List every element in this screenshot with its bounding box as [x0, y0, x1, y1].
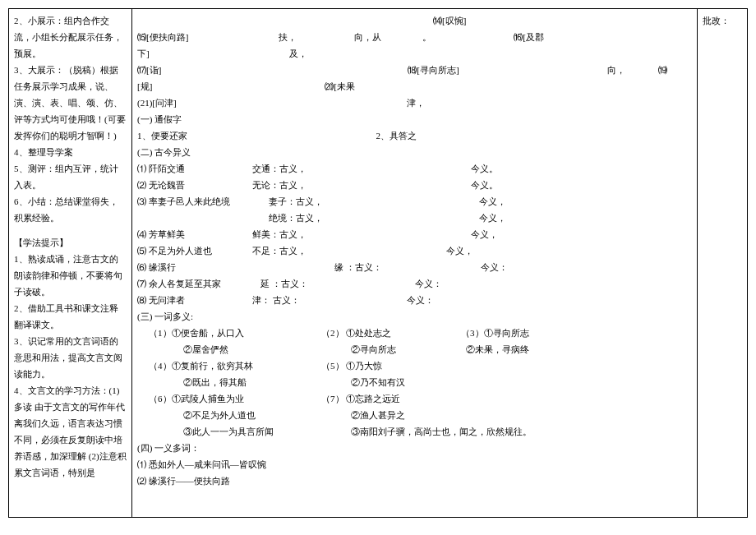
gj-3: ⑶ 率妻子邑人来此绝境 妻子：古义， 今义， — [137, 193, 692, 210]
gj8c: 今义： — [407, 292, 434, 308]
document-layout: 2、小展示：组内合作交流，小组长分配展示任务，预展。 3、大展示：（脱稿）根据任… — [8, 8, 748, 518]
correction-label: 批改： — [703, 12, 742, 29]
dy1c: （3）①寻向所志 — [461, 325, 529, 341]
tip-4b: 多读 由于文言文的写作年代离我们久远，语言表达习惯不同，必须在反复朗读中培养语感… — [14, 399, 127, 481]
dy6a: ②不足为外人道也 — [183, 407, 351, 423]
gj5a: ⑸ 不足为外人道也 — [137, 242, 252, 259]
row-xia: 下] 及， — [137, 45, 692, 62]
left-item-3: 3、大展示：（脱稿）根据任务展示学习成果，说、演、演、表、唱、颂、仿、评等方式均… — [14, 62, 127, 144]
left-item-6: 6、小结：总结课堂得失，积累经验。 — [14, 193, 127, 226]
gj7c: 今义： — [415, 275, 442, 292]
gj1c: 今义。 — [471, 160, 498, 177]
tongjia-heading: (一) 通假字 — [137, 111, 692, 127]
dy-row4: ②既出，得其船 ②乃不知有汉 — [137, 374, 692, 390]
row-yi: ⒄[诣] ⒅[寻向所志] 向， ⒆ — [137, 62, 692, 78]
dy6b: ②渔人甚异之 — [351, 407, 405, 423]
dy5b: （7） ①忘路之远近 — [321, 390, 400, 407]
gj1b: 交通：古义， — [252, 160, 307, 177]
dy2a: ②屋舍俨然 — [183, 341, 351, 357]
dy1a: （1）①便舍船，从口入 — [149, 325, 321, 341]
duoyi-heading: (三) 一词多义: — [137, 308, 692, 325]
dy-row3: （4）①复前行，欲穷其林 （5） ①乃大惊 — [137, 357, 692, 374]
xiang2-label: 向， — [607, 62, 625, 78]
jijun-label: ⒃[及郡 — [514, 29, 544, 45]
dy-row1: （1）①便舍船，从口入 （2） ①处处志之 （3）①寻向所志 — [137, 325, 692, 341]
row-bianfu: ⒂[便扶向路] 扶， 向，从 。 ⒃[及郡 — [137, 29, 692, 45]
tanwan-label: ⒁[叹惋] — [433, 12, 466, 29]
num19-label: ⒆ — [658, 62, 667, 78]
ji-label: 及， — [289, 45, 307, 62]
right-column: 批改： — [698, 9, 747, 517]
gj-1: ⑴ 阡陌交通 交通：古义， 今义。 — [137, 160, 692, 177]
gj2b: 无论：古义， — [252, 177, 307, 193]
left-item-5: 5、测评：组内互评，统计入表。 — [14, 160, 127, 193]
gj7b: 延 ：古义： — [260, 275, 308, 292]
tongjia-2: 2、具答之 — [376, 127, 417, 144]
period: 。 — [422, 29, 431, 45]
row-tanwan: ⒁[叹惋] — [137, 12, 692, 29]
tip-3: 3、识记常用的文言词语的意思和用法，提高文言文阅读能力。 — [14, 333, 127, 382]
yd-2: ⑵ 缘溪行——便扶向路 — [137, 473, 692, 489]
gj3a: ⑶ 率妻子邑人来此绝境 — [137, 193, 269, 210]
gj-6: ⑹ 缘溪行 缘 ：古义： 今义： — [137, 259, 692, 275]
weiguo-label: ⒇[未果 — [325, 78, 355, 95]
row-wenjin: (21)[问津] 津， — [137, 95, 692, 111]
row-gui: [规] ⒇[未果 — [137, 78, 692, 95]
gj8a: ⑻ 无问津者 — [137, 292, 252, 308]
wenjin-label: (21)[问津] — [137, 95, 177, 111]
yiduoci-heading: (四) 一义多词： — [137, 440, 692, 456]
gj7a: ⑺ 余人各复延至其家 — [137, 275, 260, 292]
tip-1: 1、熟读成诵，注意古文的朗读韵律和停顿，不要将句子读破。 — [14, 251, 127, 300]
gj4b: 鲜美：古义， — [252, 226, 307, 242]
gj3d: 绝境：古义， — [269, 210, 323, 226]
dy3b: （5） ①乃大惊 — [321, 357, 382, 374]
gj4c: 今义， — [471, 226, 498, 242]
yi-label: ⒄[诣] — [137, 62, 161, 78]
gujin-heading: (二) 古今异义 — [137, 144, 692, 160]
dy-row7: ③此人一一为具言所闻 ③南阳刘子骥，高尚士也，闻之，欣然规往。 — [137, 423, 692, 440]
jin-label: 津， — [407, 95, 425, 111]
gj5c: 今义， — [446, 242, 473, 259]
gj6c: 今义： — [481, 259, 508, 275]
gj-8: ⑻ 无问津者 津： 古义： 今义： — [137, 292, 692, 308]
gj3c: 今义， — [479, 193, 506, 210]
dy4a: ②既出，得其船 — [183, 374, 351, 390]
fu-label: 扶， — [279, 29, 297, 45]
gj8b: 津： 古义： — [252, 292, 300, 308]
gui-label: [规] — [137, 78, 152, 95]
gj-4: ⑷ 芳草鲜美 鲜美：古义， 今义， — [137, 226, 692, 242]
gj-2: ⑵ 无论魏晋 无论：古义， 今义。 — [137, 177, 692, 193]
dy2c: ②未果，寻病终 — [466, 341, 529, 357]
gj5b: 不足：古义， — [252, 242, 307, 259]
dy1b: （2） ①处处志之 — [321, 325, 461, 341]
tip-4a: 4、文言文的学习方法：(1) — [14, 382, 127, 399]
tongjia-items: 1、便要还家 2、具答之 — [137, 127, 692, 144]
xiang-label: 向，从 — [354, 29, 381, 45]
gj-5: ⑸ 不足为外人道也 不足：古义， 今义， — [137, 242, 692, 259]
tip-2: 2、借助工具书和课文注释翻译课文。 — [14, 300, 127, 333]
dy-row5: （6）①武陵人捕鱼为业 （7） ①忘路之远近 — [137, 390, 692, 407]
dy7a: ③此人一一为具言所闻 — [183, 423, 351, 440]
dy3a: （4）①复前行，欲穷其林 — [149, 357, 321, 374]
middle-column: ⒁[叹惋] ⒂[便扶向路] 扶， 向，从 。 ⒃[及郡 下] 及， ⒄[诣] ⒅… — [132, 9, 698, 517]
gj1a: ⑴ 阡陌交通 — [137, 160, 252, 177]
tongjia-1: 1、便要还家 — [137, 127, 187, 144]
xunxiang-label: ⒅[寻向所志] — [408, 62, 459, 78]
gj-3b: 绝境：古义， 今义， — [137, 210, 692, 226]
gj6b: 缘 ：古义： — [334, 259, 382, 275]
dy-row2: ②屋舍俨然 ②寻向所志 ②未果，寻病终 — [137, 341, 692, 357]
gj2c: 今义。 — [471, 177, 498, 193]
dy-row6: ②不足为外人道也 ②渔人甚异之 — [137, 407, 692, 423]
yd-1: ⑴ 悉如外人—咸来问讯—皆叹惋 — [137, 456, 692, 473]
gj-7: ⑺ 余人各复延至其家 延 ：古义： 今义： — [137, 275, 692, 292]
bianfu-label: ⒂[便扶向路] — [137, 29, 188, 45]
gj3e: 今义， — [479, 210, 506, 226]
gj6a: ⑹ 缘溪行 — [137, 259, 252, 275]
left-item-4: 4、整理导学案 — [14, 144, 127, 160]
left-column: 2、小展示：组内合作交流，小组长分配展示任务，预展。 3、大展示：（脱稿）根据任… — [9, 9, 132, 517]
xia-label: 下] — [137, 45, 150, 62]
gj2a: ⑵ 无论魏晋 — [137, 177, 252, 193]
tips-title: 【学法提示】 — [14, 234, 127, 251]
dy2b: ②寻向所志 — [351, 341, 466, 357]
dy5a: （6）①武陵人捕鱼为业 — [149, 390, 321, 407]
